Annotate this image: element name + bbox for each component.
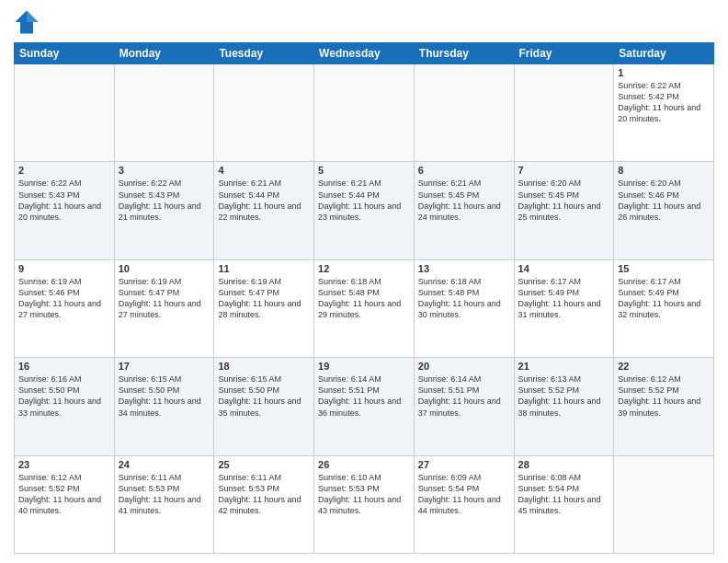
calendar-cell: 15Sunrise: 6:17 AM Sunset: 5:49 PM Dayli… — [614, 259, 714, 357]
calendar-cell: 21Sunrise: 6:13 AM Sunset: 5:52 PM Dayli… — [514, 358, 614, 455]
day-number: 13 — [418, 263, 510, 274]
day-number: 2 — [18, 165, 110, 176]
day-info: Sunrise: 6:14 AM Sunset: 5:51 PM Dayligh… — [418, 373, 510, 419]
day-info: Sunrise: 6:19 AM Sunset: 5:46 PM Dayligh… — [18, 276, 110, 321]
day-number: 20 — [418, 361, 510, 372]
day-number: 18 — [218, 361, 310, 372]
calendar-cell: 6Sunrise: 6:21 AM Sunset: 5:45 PM Daylig… — [414, 162, 514, 259]
calendar-cell: 1Sunrise: 6:22 AM Sunset: 5:42 PM Daylig… — [614, 64, 714, 162]
col-header-tuesday: Tuesday — [214, 43, 314, 64]
day-number: 4 — [218, 165, 310, 176]
day-info: Sunrise: 6:11 AM Sunset: 5:53 PM Dayligh… — [218, 472, 310, 517]
day-info: Sunrise: 6:17 AM Sunset: 5:49 PM Dayligh… — [618, 276, 710, 321]
calendar-cell: 13Sunrise: 6:18 AM Sunset: 5:48 PM Dayli… — [414, 259, 514, 357]
calendar-cell: 5Sunrise: 6:21 AM Sunset: 5:44 PM Daylig… — [314, 162, 415, 259]
day-info: Sunrise: 6:08 AM Sunset: 5:54 PM Dayligh… — [518, 472, 610, 517]
day-info: Sunrise: 6:21 AM Sunset: 5:44 PM Dayligh… — [318, 178, 410, 223]
day-info: Sunrise: 6:18 AM Sunset: 5:48 PM Dayligh… — [418, 276, 510, 321]
day-number: 7 — [518, 165, 610, 176]
col-header-wednesday: Wednesday — [314, 43, 415, 64]
calendar-cell: 14Sunrise: 6:17 AM Sunset: 5:49 PM Dayli… — [514, 259, 614, 357]
day-number: 28 — [518, 459, 610, 470]
day-number: 24 — [119, 459, 210, 470]
day-info: Sunrise: 6:17 AM Sunset: 5:49 PM Dayligh… — [518, 276, 610, 321]
day-number: 17 — [119, 361, 210, 372]
day-info: Sunrise: 6:13 AM Sunset: 5:52 PM Dayligh… — [518, 373, 610, 419]
day-number: 15 — [618, 263, 710, 274]
day-number: 19 — [318, 361, 410, 372]
calendar-cell — [214, 64, 314, 162]
header — [14, 9, 714, 35]
calendar-cell: 3Sunrise: 6:22 AM Sunset: 5:43 PM Daylig… — [114, 162, 214, 259]
day-info: Sunrise: 6:19 AM Sunset: 5:47 PM Dayligh… — [119, 276, 210, 321]
calendar-cell: 20Sunrise: 6:14 AM Sunset: 5:51 PM Dayli… — [414, 358, 514, 455]
svg-marker-1 — [27, 10, 39, 22]
calendar-week-row: 2Sunrise: 6:22 AM Sunset: 5:43 PM Daylig… — [15, 162, 714, 259]
day-number: 27 — [418, 459, 510, 470]
day-info: Sunrise: 6:12 AM Sunset: 5:52 PM Dayligh… — [618, 373, 710, 419]
calendar-cell — [614, 455, 714, 553]
calendar-week-row: 9Sunrise: 6:19 AM Sunset: 5:46 PM Daylig… — [15, 259, 714, 357]
day-number: 5 — [318, 165, 410, 176]
calendar-cell — [114, 64, 214, 162]
calendar-cell: 24Sunrise: 6:11 AM Sunset: 5:53 PM Dayli… — [114, 455, 214, 553]
day-info: Sunrise: 6:09 AM Sunset: 5:54 PM Dayligh… — [418, 472, 510, 517]
day-info: Sunrise: 6:22 AM Sunset: 5:42 PM Dayligh… — [618, 80, 710, 125]
calendar-cell: 25Sunrise: 6:11 AM Sunset: 5:53 PM Dayli… — [214, 455, 314, 553]
calendar-cell: 10Sunrise: 6:19 AM Sunset: 5:47 PM Dayli… — [114, 259, 214, 357]
day-number: 9 — [18, 263, 110, 274]
day-info: Sunrise: 6:19 AM Sunset: 5:47 PM Dayligh… — [218, 276, 310, 321]
day-info: Sunrise: 6:22 AM Sunset: 5:43 PM Dayligh… — [119, 178, 210, 223]
day-info: Sunrise: 6:14 AM Sunset: 5:51 PM Dayligh… — [318, 373, 410, 419]
calendar-cell: 7Sunrise: 6:20 AM Sunset: 5:45 PM Daylig… — [514, 162, 614, 259]
day-info: Sunrise: 6:20 AM Sunset: 5:45 PM Dayligh… — [518, 178, 610, 223]
day-number: 10 — [119, 263, 210, 274]
day-number: 11 — [218, 263, 310, 274]
day-number: 14 — [518, 263, 610, 274]
logo-icon — [14, 9, 40, 35]
calendar-cell — [514, 64, 614, 162]
calendar-cell: 18Sunrise: 6:15 AM Sunset: 5:50 PM Dayli… — [214, 358, 314, 455]
day-number: 8 — [618, 165, 710, 176]
col-header-thursday: Thursday — [414, 43, 514, 64]
day-info: Sunrise: 6:21 AM Sunset: 5:45 PM Dayligh… — [418, 178, 510, 223]
calendar-cell: 28Sunrise: 6:08 AM Sunset: 5:54 PM Dayli… — [514, 455, 614, 553]
day-info: Sunrise: 6:15 AM Sunset: 5:50 PM Dayligh… — [218, 373, 310, 419]
calendar-cell: 2Sunrise: 6:22 AM Sunset: 5:43 PM Daylig… — [15, 162, 115, 259]
day-info: Sunrise: 6:15 AM Sunset: 5:50 PM Dayligh… — [119, 373, 210, 419]
day-info: Sunrise: 6:21 AM Sunset: 5:44 PM Dayligh… — [218, 178, 310, 223]
day-number: 1 — [618, 67, 710, 78]
calendar-cell: 23Sunrise: 6:12 AM Sunset: 5:52 PM Dayli… — [15, 455, 115, 553]
logo — [14, 9, 43, 35]
calendar-table: SundayMondayTuesdayWednesdayThursdayFrid… — [14, 42, 714, 554]
calendar-cell — [314, 64, 415, 162]
calendar-cell: 16Sunrise: 6:16 AM Sunset: 5:50 PM Dayli… — [15, 358, 115, 455]
day-info: Sunrise: 6:20 AM Sunset: 5:46 PM Dayligh… — [618, 178, 710, 223]
day-info: Sunrise: 6:18 AM Sunset: 5:48 PM Dayligh… — [318, 276, 410, 321]
col-header-saturday: Saturday — [614, 43, 714, 64]
calendar-week-row: 1Sunrise: 6:22 AM Sunset: 5:42 PM Daylig… — [15, 64, 714, 162]
calendar-week-row: 16Sunrise: 6:16 AM Sunset: 5:50 PM Dayli… — [15, 358, 714, 455]
calendar-cell: 8Sunrise: 6:20 AM Sunset: 5:46 PM Daylig… — [614, 162, 714, 259]
calendar-week-row: 23Sunrise: 6:12 AM Sunset: 5:52 PM Dayli… — [15, 455, 714, 553]
page: SundayMondayTuesdayWednesdayThursdayFrid… — [0, 0, 728, 563]
calendar-cell: 22Sunrise: 6:12 AM Sunset: 5:52 PM Dayli… — [614, 358, 714, 455]
day-number: 21 — [518, 361, 610, 372]
day-number: 25 — [218, 459, 310, 470]
col-header-sunday: Sunday — [15, 43, 115, 64]
day-number: 12 — [318, 263, 410, 274]
calendar-cell: 27Sunrise: 6:09 AM Sunset: 5:54 PM Dayli… — [414, 455, 514, 553]
day-number: 22 — [618, 361, 710, 372]
calendar-cell: 4Sunrise: 6:21 AM Sunset: 5:44 PM Daylig… — [214, 162, 314, 259]
col-header-friday: Friday — [514, 43, 614, 64]
day-info: Sunrise: 6:22 AM Sunset: 5:43 PM Dayligh… — [18, 178, 110, 223]
calendar-cell: 12Sunrise: 6:18 AM Sunset: 5:48 PM Dayli… — [314, 259, 415, 357]
calendar-header-row: SundayMondayTuesdayWednesdayThursdayFrid… — [15, 43, 714, 64]
day-info: Sunrise: 6:11 AM Sunset: 5:53 PM Dayligh… — [119, 472, 210, 517]
calendar-cell — [414, 64, 514, 162]
day-number: 26 — [318, 459, 410, 470]
calendar-cell — [15, 64, 115, 162]
calendar-cell: 19Sunrise: 6:14 AM Sunset: 5:51 PM Dayli… — [314, 358, 415, 455]
day-number: 6 — [418, 165, 510, 176]
day-number: 16 — [18, 361, 110, 372]
